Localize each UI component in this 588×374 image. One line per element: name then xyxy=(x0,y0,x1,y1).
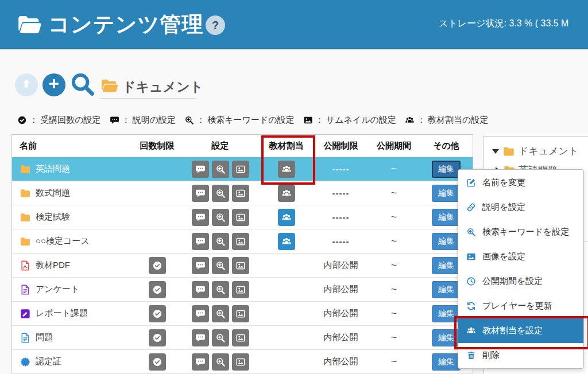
assign-materials-button[interactable] xyxy=(278,233,295,250)
table-row[interactable]: 検定試験-----~編集 xyxy=(12,205,473,229)
table-row[interactable]: レポート課題内部公開~編集 xyxy=(12,301,473,325)
table-row[interactable]: 教材PDF内部公開~編集 xyxy=(12,253,473,277)
image-outline-setting-button[interactable] xyxy=(232,257,249,274)
menu-item[interactable]: 削除 xyxy=(458,343,583,368)
breadcrumb[interactable]: ドキュメント xyxy=(122,78,203,96)
publish-restriction: ----- xyxy=(332,164,350,174)
image-outline-setting-button[interactable] xyxy=(232,281,249,298)
image-outline-icon xyxy=(235,285,246,295)
edit-button[interactable]: 編集 xyxy=(432,353,461,371)
table-row[interactable]: 問題内部公開~編集 xyxy=(12,325,473,349)
menu-item[interactable]: 教材割当を設定 xyxy=(458,318,583,343)
open-folder-icon xyxy=(16,11,42,38)
search-button[interactable] xyxy=(69,71,96,98)
search-plus-icon xyxy=(215,309,226,319)
table-row[interactable]: 英語問題-----~編集 xyxy=(12,157,473,181)
table-row[interactable]: ○○検定コース-----~編集 xyxy=(12,229,473,253)
comment-setting-button[interactable] xyxy=(192,185,209,202)
search-plus-setting-button[interactable] xyxy=(212,281,229,298)
image-outline-setting-button[interactable] xyxy=(232,305,249,322)
search-plus-setting-button[interactable] xyxy=(212,185,229,202)
comment-setting-button[interactable] xyxy=(192,281,209,298)
column-header: 名前 xyxy=(12,141,133,151)
storage-status: ストレージ状況: 3.3 % ( 33.5 M xyxy=(439,18,568,30)
edit-button[interactable]: 編集 xyxy=(432,161,461,178)
image-outline-setting-button[interactable] xyxy=(232,209,249,226)
edit-button[interactable]: 編集 xyxy=(432,281,461,298)
assign-materials-button[interactable] xyxy=(278,209,295,226)
menu-item[interactable]: 説明を設定 xyxy=(458,195,583,220)
publish-period: ~ xyxy=(391,284,397,295)
publish-restriction: 内部公開 xyxy=(324,284,358,295)
comment-setting-button[interactable] xyxy=(192,209,209,226)
comment-setting-button[interactable] xyxy=(192,161,209,178)
image-outline-setting-button[interactable] xyxy=(232,161,249,178)
certificate-icon xyxy=(20,356,31,368)
comment-setting-button[interactable] xyxy=(192,257,209,274)
add-content-button[interactable] xyxy=(42,73,65,96)
edit-button[interactable]: 編集 xyxy=(432,209,461,226)
image-outline-setting-button[interactable] xyxy=(232,329,249,346)
image-outline-icon xyxy=(235,309,246,319)
breadcrumb-underline xyxy=(100,98,196,99)
assign-materials-button[interactable] xyxy=(278,185,295,202)
publish-restriction: ----- xyxy=(332,236,350,246)
content-name: 認定証 xyxy=(36,356,61,367)
edit-button[interactable]: 編集 xyxy=(432,329,461,346)
settings-buttons xyxy=(192,209,249,226)
edit-button[interactable]: 編集 xyxy=(432,233,461,250)
edit-button[interactable]: 編集 xyxy=(432,185,461,202)
settings-buttons xyxy=(192,281,249,298)
comment-icon xyxy=(195,333,206,343)
comment-setting-button[interactable] xyxy=(192,353,209,371)
image-outline-setting-button[interactable] xyxy=(232,185,249,202)
tree-item-root[interactable]: ドキュメント xyxy=(492,145,588,158)
comment-icon xyxy=(195,188,206,198)
count-limit-button[interactable] xyxy=(149,329,166,346)
publish-restriction: 内部公開 xyxy=(324,260,358,271)
chevron-down-icon[interactable] xyxy=(492,149,499,154)
menu-item[interactable]: 名前を変更 xyxy=(458,170,583,195)
search-plus-setting-button[interactable] xyxy=(212,329,229,346)
count-limit-button[interactable] xyxy=(149,305,166,322)
settings-buttons xyxy=(192,257,249,274)
count-limit-button[interactable] xyxy=(149,257,166,274)
search-plus-setting-button[interactable] xyxy=(212,305,229,322)
comment-setting-button[interactable] xyxy=(192,305,209,322)
content-name-cell: 問題 xyxy=(12,332,133,344)
count-limit-button[interactable] xyxy=(149,281,166,298)
comment-icon xyxy=(195,357,206,367)
edit-button[interactable]: 編集 xyxy=(432,305,461,322)
image-outline-setting-button[interactable] xyxy=(232,233,249,250)
pencil-square-icon xyxy=(466,178,476,188)
comment-setting-button[interactable] xyxy=(192,329,209,346)
count-limit-button[interactable] xyxy=(149,353,166,371)
menu-item[interactable]: プレイヤーを更新 xyxy=(458,294,583,318)
comment-icon xyxy=(195,212,206,223)
table-row[interactable]: 数式問題-----~編集 xyxy=(12,181,473,205)
report-icon xyxy=(20,308,31,320)
assign-materials-button[interactable] xyxy=(278,161,295,178)
menu-item-label: 教材割当を設定 xyxy=(482,325,543,336)
table-row[interactable]: アンケート内部公開~編集 xyxy=(12,277,473,301)
image-outline-setting-button[interactable] xyxy=(232,353,249,371)
menu-item[interactable]: 画像を設定 xyxy=(458,244,583,269)
help-button[interactable]: ? xyxy=(206,15,225,35)
menu-item[interactable]: 検索キーワードを設定 xyxy=(458,220,583,244)
search-plus-setting-button[interactable] xyxy=(212,161,229,178)
search-plus-setting-button[interactable] xyxy=(212,353,229,371)
comment-setting-button[interactable] xyxy=(192,233,209,250)
search-plus-setting-button[interactable] xyxy=(212,209,229,226)
menu-item[interactable]: 公開期間を設定 xyxy=(458,269,583,294)
search-plus-setting-button[interactable] xyxy=(212,257,229,274)
users-icon xyxy=(281,188,292,198)
column-header: 公開期間 xyxy=(368,141,420,151)
go-up-button[interactable] xyxy=(15,73,38,96)
check-circle-icon xyxy=(152,357,163,367)
table-row[interactable]: 認定証内部公開~編集 xyxy=(12,349,473,373)
table-header-row: 名前回数制限設定教材割当公開制限公開期間その他 xyxy=(12,135,473,157)
edit-button[interactable]: 編集 xyxy=(432,257,461,274)
content-name-cell: 英語問題 xyxy=(12,163,133,175)
content-name: 教材PDF xyxy=(36,260,70,271)
search-plus-setting-button[interactable] xyxy=(212,233,229,250)
